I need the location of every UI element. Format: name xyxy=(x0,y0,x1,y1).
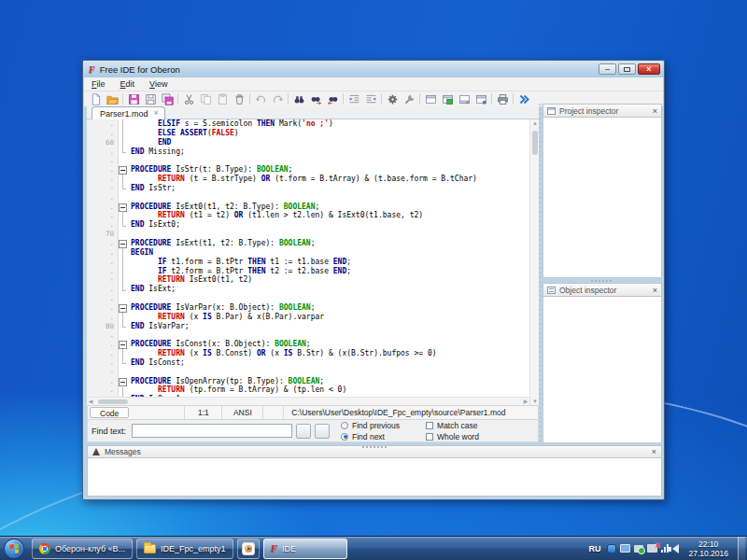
toggle-messages-panel-button[interactable] xyxy=(456,92,472,106)
find-button[interactable] xyxy=(290,92,307,106)
code-line[interactable]: -END IsStr; xyxy=(87,184,529,193)
project-inspector-body[interactable] xyxy=(543,118,662,278)
tab-parser1-mod[interactable]: Parser1.mod × xyxy=(92,106,165,119)
scroll-left-icon[interactable]: ◀ xyxy=(87,399,94,404)
code-line[interactable]: . RETURN (x IS B.Par) & x(B.Par).varpar xyxy=(87,313,529,322)
code-line[interactable]: . RETURN (x IS B.Const) OR (x IS B.Str) … xyxy=(87,349,529,358)
code-line[interactable]: .PROCEDURE IsConst(x: B.Object): BOOLEAN… xyxy=(87,340,529,349)
taskbar-item-media-player[interactable] xyxy=(237,539,260,559)
fold-collapse-icon[interactable] xyxy=(119,303,127,313)
maximize-button[interactable] xyxy=(618,63,636,75)
scroll-right-icon[interactable]: ▶ xyxy=(522,399,529,404)
code-line[interactable]: .PROCEDURE IsOpenArray(tp: B.Type): BOOL… xyxy=(87,377,529,386)
taskbar-item-folder[interactable]: IDE_Fpc_empty1 xyxy=(136,539,233,559)
paste-button[interactable] xyxy=(214,92,231,106)
code-line[interactable]: .PROCEDURE IsExt0(t1, t2: B.Type): BOOLE… xyxy=(87,203,529,212)
cut-button[interactable] xyxy=(180,92,197,106)
tools-button[interactable] xyxy=(401,92,417,106)
close-button[interactable]: × xyxy=(638,63,660,75)
save-all-button[interactable] xyxy=(159,92,176,106)
object-inspector-body[interactable] xyxy=(543,297,662,443)
toggle-layout-button[interactable] xyxy=(472,92,489,106)
volume-icon[interactable] xyxy=(672,544,679,553)
toggle-object-panel-button[interactable] xyxy=(439,92,456,106)
code-line[interactable]: . RETURN (t1 = t2) OR (t1.len > t2.len) … xyxy=(87,211,529,220)
find-action-button-2[interactable] xyxy=(315,424,330,439)
code-line[interactable]: . xyxy=(87,156,529,165)
scroll-up-icon[interactable]: ▲ xyxy=(530,120,539,126)
code-line[interactable]: . IF t2.form = B.tPtr THEN t2 := t2.base… xyxy=(87,267,529,276)
fold-collapse-icon[interactable] xyxy=(119,239,127,248)
network-error-icon[interactable] xyxy=(647,544,657,553)
object-inspector-header[interactable]: Object inspector × xyxy=(543,283,662,297)
code-editor[interactable]: . ELSIF s = S.semicolon THEN Mark('no ;'… xyxy=(87,119,539,405)
clock[interactable]: 22:10 27.10.2016 xyxy=(683,539,734,558)
project-inspector-header[interactable]: Project inspector × xyxy=(543,104,662,118)
code-line[interactable]: - xyxy=(87,368,529,377)
title-bar[interactable]: F Free IDE for Oberon – × xyxy=(83,61,664,77)
find-next-radio[interactable]: Find next xyxy=(341,432,400,441)
print-button[interactable] xyxy=(494,92,511,106)
run-button[interactable] xyxy=(515,92,532,106)
save-button[interactable] xyxy=(125,92,142,106)
vertical-scroll-thumb[interactable] xyxy=(532,131,538,155)
menu-view[interactable]: View xyxy=(142,78,175,90)
messages-close-icon[interactable]: × xyxy=(652,447,656,456)
code-line[interactable]: . RETURN (t = B.strType) OR (t.form = B.… xyxy=(87,175,529,184)
vertical-scrollbar[interactable]: ▲ ▼ xyxy=(529,119,539,405)
show-desktop-button[interactable] xyxy=(738,537,745,560)
fold-collapse-icon[interactable] xyxy=(119,203,127,212)
display-tray-icon[interactable] xyxy=(620,544,630,553)
code-line[interactable]: .END IsExt; xyxy=(87,285,529,294)
code-lines[interactable]: . ELSIF s = S.semicolon THEN Mark('no ;'… xyxy=(87,119,529,397)
new-file-button[interactable] xyxy=(87,92,104,106)
copy-button[interactable] xyxy=(197,92,214,106)
taskbar-item-browser[interactable]: Оберон-клуб «В... xyxy=(32,539,133,559)
whole-word-checkbox[interactable]: Whole word xyxy=(426,432,479,441)
code-line[interactable]: . xyxy=(87,330,529,340)
usb-safely-remove-icon[interactable] xyxy=(634,545,643,553)
code-line[interactable]: .PROCEDURE IsVarPar(x: B.Object): BOOLEA… xyxy=(87,303,529,313)
fold-collapse-icon[interactable] xyxy=(119,377,127,386)
indent-button[interactable] xyxy=(345,92,362,106)
scroll-down-icon[interactable]: ▼ xyxy=(530,399,539,404)
start-button[interactable] xyxy=(4,539,24,559)
settings-button[interactable] xyxy=(384,92,401,106)
ie-tray-icon[interactable] xyxy=(607,544,616,553)
code-line[interactable]: . IF t1.form = B.tPtr THEN t1 := t1.base… xyxy=(87,258,529,267)
code-line[interactable]: . ELSE ASSERT(FALSE) xyxy=(87,129,529,138)
code-line[interactable]: 70 xyxy=(87,230,529,239)
tab-close-icon[interactable]: × xyxy=(154,109,159,118)
match-case-checkbox[interactable]: Match case xyxy=(426,421,479,430)
messages-header[interactable]: Messages × xyxy=(87,445,662,458)
code-line[interactable]: . RETURN (tp.form = B.tArray) & (tp.len … xyxy=(87,385,529,395)
code-line[interactable]: . xyxy=(87,193,529,203)
taskbar-item-ide[interactable]: F IDE xyxy=(263,539,347,559)
delete-button[interactable] xyxy=(231,92,247,106)
code-line[interactable]: .BEGIN xyxy=(87,248,529,258)
project-inspector-close-icon[interactable]: × xyxy=(653,106,657,116)
horizontal-scroll-thumb[interactable] xyxy=(98,399,128,404)
code-line[interactable]: .END IsExt0; xyxy=(87,220,529,230)
find-next-button[interactable] xyxy=(307,92,324,106)
code-line[interactable]: - RETURN IsExt0(t1, t2) xyxy=(87,275,529,285)
code-line[interactable]: . xyxy=(87,294,529,303)
find-input[interactable] xyxy=(132,424,292,438)
messages-body[interactable] xyxy=(87,458,662,497)
code-line[interactable]: .PROCEDURE IsExt(t1, t2: B.Type): BOOLEA… xyxy=(87,239,529,248)
redo-button[interactable] xyxy=(269,92,286,106)
save-as-button[interactable] xyxy=(142,92,159,106)
language-indicator[interactable]: RU xyxy=(585,544,603,553)
menu-edit[interactable]: Edit xyxy=(113,78,143,90)
signal-strength-icon[interactable] xyxy=(661,544,669,553)
minimize-button[interactable]: – xyxy=(599,63,616,75)
find-previous-button[interactable] xyxy=(324,92,341,106)
horizontal-scrollbar[interactable]: ◀ ▶ xyxy=(87,397,529,405)
undo-button[interactable] xyxy=(252,92,269,106)
code-line[interactable]: .PROCEDURE IsStr(t: B.Type): BOOLEAN; xyxy=(87,165,529,175)
find-previous-radio[interactable]: Find previous xyxy=(341,421,400,430)
fold-collapse-icon[interactable] xyxy=(119,165,127,175)
code-line[interactable]: . ELSIF s = S.semicolon THEN Mark('no ;'… xyxy=(87,119,529,129)
object-inspector-close-icon[interactable]: × xyxy=(653,286,657,295)
fold-collapse-icon[interactable] xyxy=(119,340,127,349)
